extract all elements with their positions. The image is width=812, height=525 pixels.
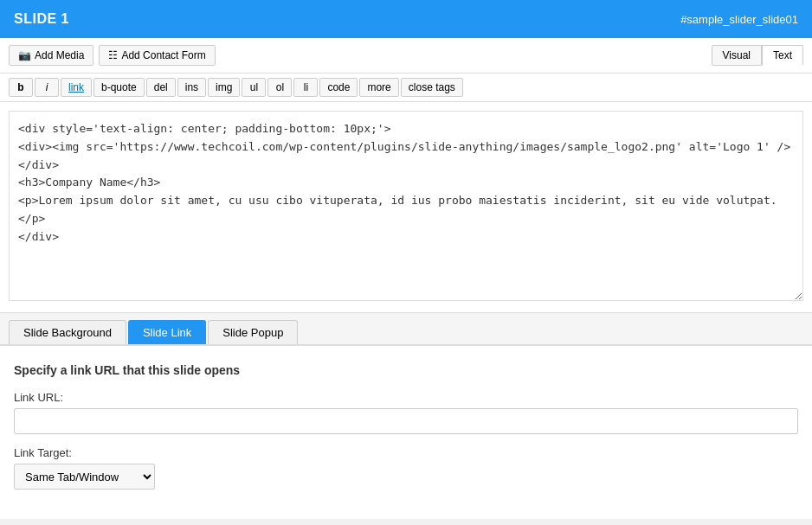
slide-tabs: Slide Background Slide Link Slide Popup <box>0 312 812 344</box>
format-italic-button[interactable]: i <box>35 78 59 97</box>
format-del-button[interactable]: del <box>146 78 176 97</box>
view-toggle: Visual Text <box>712 45 803 66</box>
format-link-button[interactable]: link <box>61 78 92 97</box>
slide-title: SLIDE 1 <box>14 11 69 27</box>
format-ins-button[interactable]: ins <box>177 78 206 97</box>
link-url-input[interactable] <box>14 408 798 434</box>
tab-slide-background[interactable]: Slide Background <box>9 320 126 344</box>
slide-id: #sample_slider_slide01 <box>680 13 798 26</box>
format-close-tags-button[interactable]: close tags <box>401 78 463 97</box>
add-contact-form-button[interactable]: ☷ Add Contact Form <box>99 45 215 66</box>
add-media-button[interactable]: 📷 Add Media <box>9 45 93 66</box>
format-li-button[interactable]: li <box>293 78 318 97</box>
link-target-label: Link Target: <box>14 446 798 459</box>
visual-toggle-button[interactable]: Visual <box>712 45 762 66</box>
link-target-field: Link Target: Same Tab/Window New Tab/Win… <box>14 446 798 490</box>
text-toggle-button[interactable]: Text <box>762 45 803 66</box>
format-bar: b i link b-quote del ins img ul ol li co… <box>0 74 812 102</box>
link-target-select[interactable]: Same Tab/Window New Tab/Window <box>14 464 155 490</box>
format-code-button[interactable]: code <box>319 78 358 97</box>
link-url-field: Link URL: <box>14 391 798 434</box>
format-ul-button[interactable]: ul <box>242 78 266 97</box>
contact-form-icon: ☷ <box>108 49 118 61</box>
editor-toolbar: 📷 Add Media ☷ Add Contact Form Visual Te… <box>0 38 812 74</box>
format-bold-button[interactable]: b <box>9 78 33 97</box>
format-blockquote-button[interactable]: b-quote <box>93 78 145 97</box>
tab-content-slide-link: Specify a link URL that this slide opens… <box>0 344 812 519</box>
link-url-label: Link URL: <box>14 391 798 404</box>
format-img-button[interactable]: img <box>208 78 240 97</box>
tab-slide-popup[interactable]: Slide Popup <box>208 320 298 344</box>
tab-slide-link[interactable]: Slide Link <box>128 320 206 344</box>
editor-textarea[interactable]: <div style='text-align: center; padding-… <box>9 111 803 301</box>
slide-header: SLIDE 1 #sample_slider_slide01 <box>0 0 812 38</box>
format-more-button[interactable]: more <box>359 78 398 97</box>
media-icon: 📷 <box>18 49 31 61</box>
editor-area: <div style='text-align: center; padding-… <box>0 102 812 312</box>
slide-link-title: Specify a link URL that this slide opens <box>14 363 798 377</box>
main-container: SLIDE 1 #sample_slider_slide01 📷 Add Med… <box>0 0 812 519</box>
format-ol-button[interactable]: ol <box>267 78 292 97</box>
